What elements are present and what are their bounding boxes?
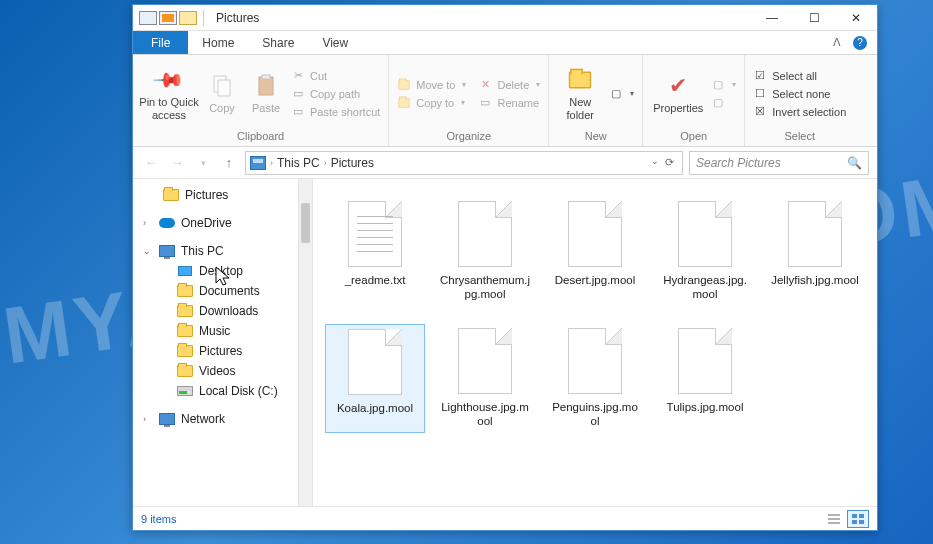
clipboard-group-label: Clipboard [139,128,382,144]
select-none-button[interactable]: ☐Select none [751,86,848,102]
crumb-dropdown-icon[interactable]: ⌄ [651,156,659,169]
recent-dropdown[interactable]: ▾ [193,153,213,173]
sidebar-scrollbar[interactable] [298,179,312,506]
sidebar-item-music[interactable]: Music [133,321,312,341]
text-file-icon [348,201,402,267]
close-button[interactable]: ✕ [835,5,877,31]
file-list[interactable]: _readme.txtChrysanthemum.jpg.moolDesert.… [313,179,877,506]
delete-button[interactable]: ✕Delete▾ [476,77,542,93]
up-button[interactable]: ↑ [219,153,239,173]
paste-shortcut-button[interactable]: ▭Paste shortcut [289,104,382,120]
sidebar-item-documents[interactable]: Documents [133,281,312,301]
forward-button[interactable]: → [167,153,187,173]
videos-icon [177,364,193,378]
sidebar-item-onedrive[interactable]: ›OneDrive [133,213,312,233]
pictures-folder-icon [177,344,193,358]
file-item[interactable]: Jellyfish.jpg.mool [765,197,865,306]
copy-path-button[interactable]: ▭Copy path [289,86,382,102]
pin-to-quick-access-button[interactable]: 📌 Pin to Quick access [139,59,199,128]
delete-icon: ✕ [478,78,492,92]
open-dropdown[interactable]: ▢▾ [709,77,738,93]
icons-view-button[interactable] [847,510,869,528]
file-name: _readme.txt [345,273,406,287]
collapse-ribbon-icon[interactable]: ᐱ [833,36,841,49]
breadcrumb[interactable]: › This PC › Pictures ⌄ ⟳ [245,151,683,175]
select-all-button[interactable]: ☑Select all [751,68,848,84]
details-view-button[interactable] [823,510,845,528]
sidebar-item-localdisk[interactable]: Local Disk (C:) [133,381,312,401]
invert-selection-label: Invert selection [772,106,846,118]
invert-selection-button[interactable]: ☒Invert selection [751,104,848,120]
copy-to-button[interactable]: Copy to▾ [395,95,468,111]
edit-button[interactable]: ▢ [709,95,738,111]
tab-share[interactable]: Share [248,31,308,54]
file-item[interactable]: Desert.jpg.mool [545,197,645,306]
ribbon-group-new: New folder ▢▾ New [549,55,643,146]
minimize-button[interactable]: — [751,5,793,31]
crumb-thispc[interactable]: This PC [277,156,320,170]
sidebar-item-desktop[interactable]: Desktop [133,261,312,281]
maximize-button[interactable]: ☐ [793,5,835,31]
file-item[interactable]: Hydrangeas.jpg.mool [655,197,755,306]
expand-icon[interactable]: › [143,414,153,424]
qat-separator [203,10,204,26]
collapse-icon[interactable]: ⌄ [143,246,153,256]
sidebar-item-videos[interactable]: Videos [133,361,312,381]
organize-group-label: Organize [395,128,542,144]
copy-button[interactable]: Copy [201,59,243,128]
tab-file[interactable]: File [133,31,188,54]
move-to-button[interactable]: Move to▾ [395,77,468,93]
file-icon [348,329,402,395]
file-item[interactable]: Penguins.jpg.mool [545,324,645,433]
file-name: Koala.jpg.mool [337,401,413,415]
ribbon: 📌 Pin to Quick access Copy Paste ✂Cut ▭C… [133,55,877,147]
crumb-pictures[interactable]: Pictures [331,156,374,170]
file-item[interactable]: Koala.jpg.mool [325,324,425,433]
qat-icon-1[interactable] [139,11,157,25]
tab-home[interactable]: Home [188,31,248,54]
file-icon [678,328,732,394]
status-bar: 9 items [133,506,877,530]
file-icon [568,328,622,394]
item-count: 9 items [141,513,176,525]
new-folder-button[interactable]: New folder [555,59,605,128]
sidebar-item-downloads[interactable]: Downloads [133,301,312,321]
file-item[interactable]: _readme.txt [325,197,425,306]
back-button[interactable]: ← [141,153,161,173]
open-group-label: Open [649,128,738,144]
window-controls: — ☐ ✕ [751,5,877,31]
downloads-icon [177,304,193,318]
file-item[interactable]: Chrysanthemum.jpg.mool [435,197,535,306]
crumb-sep-1: › [270,158,273,168]
file-name: Tulips.jpg.mool [667,400,744,414]
search-input[interactable]: Search Pictures 🔍 [689,151,869,175]
help-icon[interactable]: ? [853,36,867,50]
sidebar-item-network[interactable]: ›Network [133,409,312,429]
tab-view[interactable]: View [308,31,362,54]
qat-folder-icon[interactable] [179,11,197,25]
properties-button[interactable]: ✔ Properties [649,59,707,128]
sidebar-item-pictures[interactable]: Pictures [133,341,312,361]
disk-icon [177,384,193,398]
select-all-icon: ☑ [753,69,767,83]
navigation-pane[interactable]: Pictures ›OneDrive ⌄This PC Desktop Docu… [133,179,313,506]
qat-icon-2[interactable] [159,11,177,25]
cut-button[interactable]: ✂Cut [289,68,382,84]
sidebar-item-pictures-qa[interactable]: Pictures [133,185,312,205]
new-item-dropdown[interactable]: ▢▾ [607,86,636,102]
file-item[interactable]: Tulips.jpg.mool [655,324,755,433]
desktop-icon [177,264,193,278]
file-icon [458,328,512,394]
sidebar-label: Network [181,412,225,426]
sidebar-label: Pictures [199,344,242,358]
file-item[interactable]: Lighthouse.jpg.mool [435,324,535,433]
scrollbar-thumb[interactable] [301,203,310,243]
expand-icon[interactable]: › [143,218,153,228]
network-icon [159,412,175,426]
sidebar-item-thispc[interactable]: ⌄This PC [133,241,312,261]
paste-button[interactable]: Paste [245,59,287,128]
ribbon-tabs: File Home Share View ᐱ ? [133,31,877,55]
rename-button[interactable]: ▭Rename [476,95,542,111]
refresh-icon[interactable]: ⟳ [665,156,674,169]
select-none-icon: ☐ [753,87,767,101]
